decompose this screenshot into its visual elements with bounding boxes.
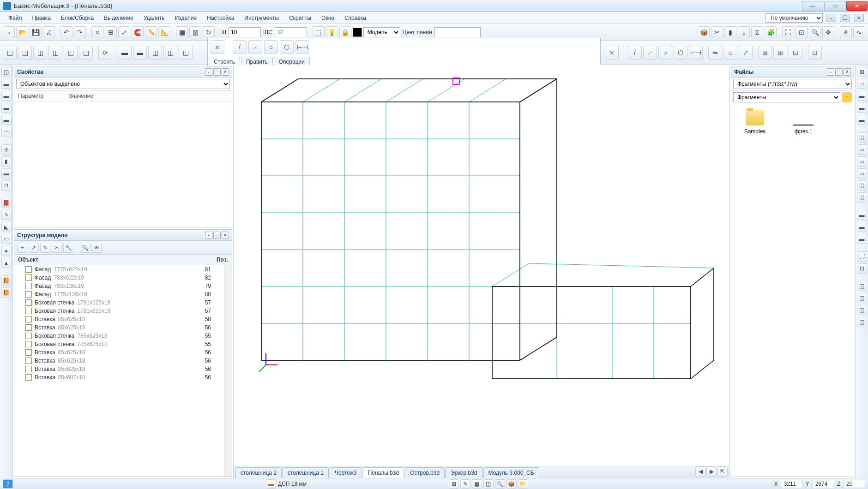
child-minimize-button[interactable]: - — [826, 14, 836, 22]
lt-sphere-icon[interactable]: ● — [1, 246, 12, 256]
hex2-icon[interactable]: ⬡ — [674, 46, 687, 60]
tree-row[interactable]: Вставка85x625x1856 — [14, 323, 224, 332]
tree-row[interactable]: Вставка85x625x1856 — [14, 357, 224, 365]
lt-cone-icon[interactable]: ▲ — [1, 258, 12, 268]
lt-panel2-icon[interactable]: ▬ — [1, 91, 12, 101]
door-icon[interactable]: ▮ — [724, 26, 736, 38]
linecolor-input[interactable] — [434, 27, 481, 37]
hexagon-icon[interactable]: ⬡ — [280, 40, 294, 54]
grid-icon[interactable]: ⊞ — [105, 26, 117, 38]
tree-row[interactable]: Фасад783x136x1979 — [14, 282, 224, 290]
tab-up-button[interactable]: ⇱ — [717, 466, 728, 477]
rt-edge2-icon[interactable]: ▬ — [857, 222, 867, 232]
sb-btn2[interactable]: ✎ — [460, 479, 470, 489]
panel-close-button[interactable]: × — [222, 68, 229, 76]
viewport-3d[interactable]: столешница 2 столешница 1 Чертеж3 Пеналы… — [234, 65, 729, 478]
open-button[interactable]: 📂 — [16, 26, 28, 38]
menu-scripts[interactable]: Скрипты — [287, 14, 313, 22]
panel-min-button[interactable]: - — [205, 232, 212, 239]
axes-icon[interactable]: ⤬ — [91, 26, 103, 38]
file-item-file[interactable]: фрез.1 — [783, 122, 824, 137]
panel-max-button[interactable]: □ — [213, 68, 221, 76]
minimize-button[interactable]: — — [802, 1, 823, 11]
view-zoom-icon[interactable]: ⊡ — [796, 26, 808, 38]
vtab-6[interactable]: Модуль 3.000_СБ — [483, 467, 539, 478]
lt-book-icon[interactable]: 📕 — [1, 198, 12, 208]
panel3d-3-icon[interactable]: ◫ — [148, 46, 162, 60]
rt-fit-icon[interactable]: ⛶ — [857, 251, 867, 262]
tree-eye-icon[interactable]: 👁 — [91, 243, 102, 253]
new-button[interactable]: ▫ — [3, 26, 15, 38]
rt-edge-icon[interactable]: ▬ — [857, 210, 867, 220]
material-icon[interactable]: ▬ — [266, 479, 276, 489]
mirror-icon[interactable]: ⇋ — [708, 46, 722, 60]
rt-cam3-icon[interactable]: ◫ — [857, 305, 867, 315]
lt-panel4-icon[interactable]: ▬ — [1, 115, 12, 125]
render-icon[interactable]: ▨ — [189, 26, 201, 38]
sb-btn4[interactable]: ◫ — [483, 479, 494, 489]
box3d-1-icon[interactable]: ◫ — [3, 46, 17, 60]
box3d-6-icon[interactable]: ◫ — [79, 46, 93, 60]
menu-file[interactable]: Файл — [6, 14, 24, 22]
tree-edit-icon[interactable]: ↗ — [29, 243, 39, 253]
color-swatch[interactable] — [353, 28, 362, 37]
cut-icon[interactable]: ✂ — [711, 26, 723, 38]
spline-icon[interactable]: ∿ — [853, 26, 865, 38]
menu-tools[interactable]: Инструменты — [242, 14, 281, 22]
grid2-icon[interactable]: ⊞ — [773, 46, 787, 60]
view-fit-icon[interactable]: ⛶ — [782, 26, 794, 38]
circle2-icon[interactable]: ○ — [658, 46, 672, 60]
puzzle-icon[interactable]: 🧩 — [765, 26, 777, 38]
sketch-icon[interactable]: ⤬ — [605, 46, 619, 60]
tree-body[interactable]: Фасад1775x622x1981Фасад783x622x1982Фасад… — [14, 265, 232, 477]
line2-icon[interactable]: / — [628, 46, 642, 60]
plane-icon[interactable]: ⬚ — [313, 26, 325, 38]
print-button[interactable]: 🖨 — [43, 26, 55, 38]
vtab-5[interactable]: Эркер.b3d — [446, 467, 482, 478]
menu-delete[interactable]: Удалить — [142, 14, 167, 22]
rt-cube-icon[interactable]: ◫ — [857, 132, 867, 143]
lt-panel3-icon[interactable]: ▬ — [1, 103, 12, 113]
tab-next-button[interactable]: ▶ — [706, 466, 717, 477]
tree-row[interactable]: Вставка85x625x1856 — [14, 348, 224, 357]
ws-input[interactable] — [275, 27, 307, 37]
rt-cam4-icon[interactable]: ◫ — [857, 317, 867, 327]
dimension-icon[interactable]: 📏 — [145, 26, 157, 38]
maximize-button[interactable]: ▭ — [824, 1, 845, 11]
lt-wallet2-icon[interactable]: 📙 — [1, 287, 12, 298]
sb-btn1[interactable]: ⊞ — [449, 479, 459, 489]
ruler-icon[interactable]: 📐 — [158, 26, 170, 38]
vtab-3[interactable]: Пеналы.b3d — [363, 467, 404, 478]
rt-layer-icon[interactable]: ▭ — [857, 79, 867, 89]
files-path-combo[interactable]: Фрагменты — [733, 92, 840, 102]
panel3d-2-icon[interactable]: ▬ — [133, 46, 147, 60]
lt-tri-icon[interactable]: ◣ — [1, 222, 12, 232]
rt-cam2-icon[interactable]: ◫ — [857, 293, 867, 303]
rt-edge3-icon[interactable]: ▬ — [857, 234, 867, 244]
tree-wrench-icon[interactable]: 🔧 — [63, 243, 73, 253]
files-filter-combo[interactable]: Фрагменты (*.fr3d;*.frw) — [733, 79, 852, 89]
lock-icon[interactable]: 🔒 — [339, 26, 351, 38]
rt-side-icon[interactable]: ▭ — [857, 156, 867, 167]
copy-icon[interactable]: ⊡ — [789, 46, 802, 60]
width-input[interactable] — [229, 27, 261, 37]
curve-icon[interactable]: ✳ — [840, 26, 852, 38]
zoom-icon[interactable]: 🔍 — [809, 26, 821, 38]
menu-window[interactable]: Окно — [319, 14, 336, 22]
file-item-folder[interactable]: Samples — [734, 107, 776, 137]
save-button[interactable]: 💾 — [30, 26, 42, 38]
array-icon[interactable]: ⊞ — [758, 46, 772, 60]
sb-btn3[interactable]: ▦ — [472, 479, 482, 489]
box3d-4-icon[interactable]: ◫ — [48, 46, 62, 60]
tree-row[interactable]: Боковая стенка1781x625x1857 — [14, 307, 224, 315]
tree-row[interactable]: Вставка85x625x1858 — [14, 315, 224, 323]
lt-box-icon[interactable]: ▭ — [1, 234, 12, 244]
tree-row[interactable]: Боковая стенка1781x625x1857 — [14, 298, 224, 307]
tree-row[interactable]: Вставка85x625x1856 — [14, 365, 224, 373]
box-icon[interactable]: 📦 — [698, 26, 710, 38]
scale-icon[interactable]: ⤢ — [739, 46, 753, 60]
line-icon[interactable]: / — [233, 40, 247, 54]
menu-block[interactable]: Блок/Сборка — [59, 14, 96, 22]
rt-panel-icon[interactable]: ▬ — [857, 91, 867, 101]
lt-vert-icon[interactable]: ▮ — [1, 156, 12, 167]
